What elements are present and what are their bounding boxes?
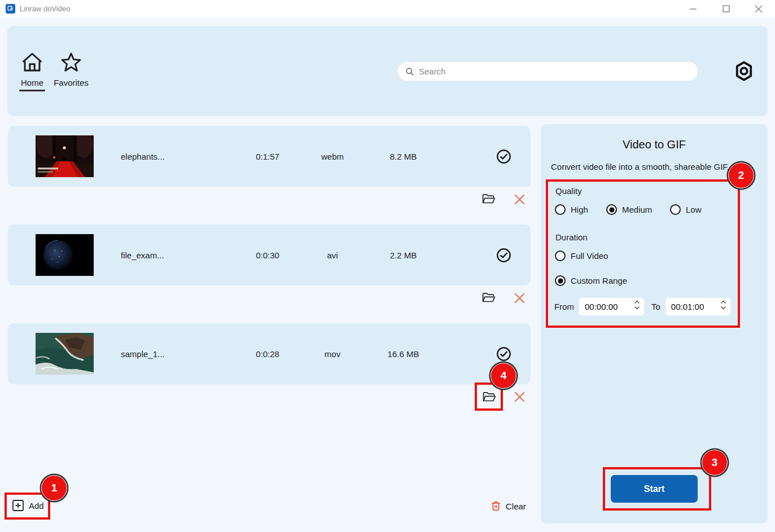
annotation-circle-4: 4	[491, 363, 516, 389]
file-ready-check-icon	[492, 126, 515, 187]
minimize-button[interactable]	[677, 0, 710, 17]
home-icon	[20, 51, 44, 74]
radio-icon	[555, 204, 566, 215]
quality-low-label: Low	[686, 205, 702, 214]
clear-label: Clear	[506, 502, 526, 511]
file-row-1[interactable]: elephants... 0:1:57 webm 8.2 MB	[8, 126, 531, 187]
file-duration: 0:0:30	[239, 225, 296, 285]
maximize-button[interactable]	[710, 0, 742, 17]
options-box: Quality High Medium Low Duration Full Vi…	[546, 179, 740, 328]
top-toolbar: Home Favorites Search	[7, 26, 768, 116]
panel-subtitle: Convert video file into a smooth, sharea…	[551, 162, 729, 172]
annotation-circle-3: 3	[702, 450, 728, 476]
trash-icon	[490, 500, 502, 512]
file-name: sample_1...	[121, 323, 211, 384]
add-plus-icon	[11, 499, 25, 512]
file-name: file_exam...	[121, 225, 211, 285]
app-logo-icon	[6, 4, 15, 14]
app-window: Linraw doVideo Home	[0, 0, 775, 532]
settings-nut-icon	[733, 60, 755, 82]
quality-radio-high[interactable]: High	[555, 204, 588, 215]
tab-favorites[interactable]: Favorites	[51, 51, 91, 87]
from-time-group: From	[554, 298, 644, 315]
active-tab-underline	[19, 90, 45, 91]
tab-favorites-label: Favorites	[54, 78, 89, 87]
search-placeholder: Search	[419, 67, 446, 76]
annotation-circle-1: 1	[41, 475, 67, 501]
remove-x-icon	[514, 392, 525, 402]
file-row-3[interactable]: sample_1... 0:0:28 mov 16.6 MB	[8, 323, 531, 384]
file-row-2[interactable]: file_exam... 0:0:30 avi 2.2 MB	[8, 225, 531, 285]
file-format: avi	[307, 225, 358, 285]
chevron-up-icon	[720, 300, 726, 304]
tab-home-label: Home	[21, 78, 43, 87]
to-time-spinner[interactable]	[720, 300, 726, 310]
add-button[interactable]: Add	[11, 499, 44, 512]
quality-medium-label: Medium	[622, 205, 652, 214]
file-duration: 0:0:28	[239, 323, 296, 384]
file-size: 8.2 MB	[374, 126, 433, 187]
to-time-group: To	[651, 298, 730, 315]
file-format: mov	[307, 323, 358, 384]
from-time-spinner[interactable]	[634, 300, 640, 310]
file-thumbnail-2	[36, 234, 94, 276]
quality-label: Quality	[555, 186, 582, 196]
file-format: webm	[307, 126, 358, 187]
custom-range-label: Custom Range	[571, 276, 627, 285]
full-video-label: Full Video	[571, 251, 608, 261]
file-ready-check-icon	[492, 225, 515, 285]
remove-x-icon	[514, 293, 525, 304]
to-label: To	[651, 302, 660, 311]
add-label: Add	[29, 501, 44, 511]
radio-icon	[670, 204, 681, 215]
search-input[interactable]: Search	[398, 62, 698, 81]
chevron-down-icon	[720, 306, 726, 310]
quality-radio-low[interactable]: Low	[670, 204, 702, 215]
file-size: 16.6 MB	[374, 323, 433, 384]
panel-title: Video to GIF	[541, 138, 768, 151]
search-icon	[405, 67, 414, 76]
start-button[interactable]: Start	[611, 475, 698, 503]
remove-x-icon	[514, 194, 525, 205]
folder-icon	[481, 191, 496, 206]
folder-icon	[481, 290, 496, 305]
open-folder-button-row-1[interactable]	[481, 191, 496, 209]
annotation-circle-2: 2	[728, 162, 754, 188]
remove-file-button-row-2[interactable]	[514, 293, 525, 306]
chevron-up-icon	[634, 300, 640, 304]
open-folder-button-row-2[interactable]	[481, 290, 496, 307]
duration-label: Duration	[555, 232, 588, 242]
radio-icon	[555, 250, 566, 261]
file-duration: 0:1:57	[239, 126, 296, 187]
duration-radio-custom-range[interactable]: Custom Range	[555, 275, 627, 286]
app-title: Linraw doVideo	[20, 5, 70, 13]
radio-selected-icon	[555, 275, 566, 286]
from-label: From	[554, 302, 574, 311]
titlebar: Linraw doVideo	[0, 0, 775, 17]
remove-file-button-row-3[interactable]	[514, 392, 525, 405]
file-name: elephants...	[121, 126, 211, 187]
chevron-down-icon	[634, 306, 640, 310]
file-size: 2.2 MB	[374, 225, 433, 285]
duration-radio-full-video[interactable]: Full Video	[555, 250, 608, 261]
file-thumbnail-3	[36, 333, 94, 375]
quality-high-label: High	[571, 205, 588, 214]
close-button[interactable]	[742, 0, 775, 17]
quality-radio-medium[interactable]: Medium	[606, 204, 652, 215]
tab-home[interactable]: Home	[12, 51, 52, 91]
star-icon	[59, 51, 83, 74]
settings-button[interactable]	[733, 60, 755, 82]
file-thumbnail-1	[36, 135, 94, 177]
radio-selected-icon	[606, 204, 617, 215]
remove-file-button-row-1[interactable]	[514, 194, 525, 207]
clear-button[interactable]: Clear	[490, 500, 526, 512]
